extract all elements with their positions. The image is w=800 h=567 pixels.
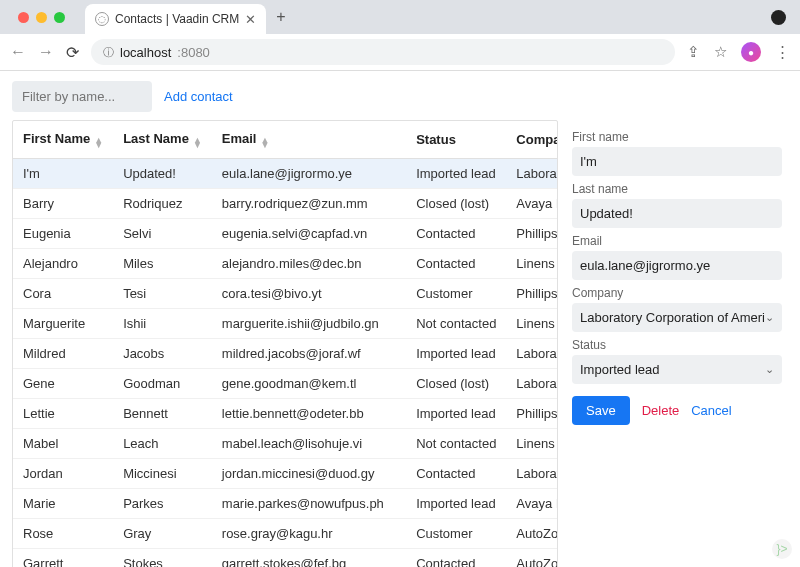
table-row[interactable]: EugeniaSelvieugenia.selvi@capfad.vnConta…	[13, 219, 558, 249]
url-host: localhost	[120, 45, 171, 60]
first-name-field[interactable]	[572, 147, 782, 176]
extension-icon	[771, 10, 786, 25]
browser-chrome: ◌ Contacts | Vaadin CRM ✕ + ← → ⟳ ⓘ loca…	[0, 0, 800, 71]
cell-status: Contacted	[406, 249, 506, 279]
cell-company: Laboratory Corpora	[506, 459, 558, 489]
table-row[interactable]: CoraTesicora.tesi@bivo.ytCustomerPhillip…	[13, 279, 558, 309]
site-info-icon[interactable]: ⓘ	[103, 45, 114, 60]
table-row[interactable]: GeneGoodmangene.goodman@kem.tlClosed (lo…	[13, 369, 558, 399]
tab-title: Contacts | Vaadin CRM	[115, 12, 239, 26]
cell-company: Laboratory Corpora	[506, 159, 558, 189]
sort-icon: ▲▼	[193, 138, 202, 148]
col-company[interactable]: Company	[506, 121, 558, 159]
last-name-field[interactable]	[572, 199, 782, 228]
extensions-menu[interactable]	[771, 10, 786, 25]
delete-button[interactable]: Delete	[642, 403, 680, 418]
save-button[interactable]: Save	[572, 396, 630, 425]
cell-email: gene.goodman@kem.tl	[212, 369, 406, 399]
browser-tab[interactable]: ◌ Contacts | Vaadin CRM ✕	[85, 4, 266, 34]
cell-last: Miles	[113, 249, 212, 279]
cell-last: Miccinesi	[113, 459, 212, 489]
chevron-down-icon: ⌄	[765, 363, 774, 376]
add-contact-button[interactable]: Add contact	[164, 89, 233, 104]
label-company: Company	[572, 286, 782, 300]
cell-last: Tesi	[113, 279, 212, 309]
cell-status: Closed (lost)	[406, 369, 506, 399]
share-icon[interactable]: ⇪	[687, 43, 700, 61]
cell-company: Phillips Van Heusen	[506, 399, 558, 429]
minimize-window-icon[interactable]	[36, 12, 47, 23]
url-input[interactable]: ⓘ localhost:8080	[91, 39, 675, 65]
back-button[interactable]: ←	[10, 43, 26, 61]
cell-first: Marie	[13, 489, 113, 519]
cell-email: eula.lane@jigrormo.ye	[212, 159, 406, 189]
table-row[interactable]: GarrettStokesgarrett.stokes@fef.bgContac…	[13, 549, 558, 568]
col-status[interactable]: Status	[406, 121, 506, 159]
chevron-down-icon: ⌄	[765, 311, 774, 324]
close-tab-icon[interactable]: ✕	[245, 12, 256, 27]
globe-icon: ◌	[95, 12, 109, 26]
table-row[interactable]: MildredJacobsmildred.jacobs@joraf.wfImpo…	[13, 339, 558, 369]
company-select[interactable]: Laboratory Corporation of Ameri ⌄	[572, 303, 782, 332]
new-tab-button[interactable]: +	[276, 8, 285, 26]
cell-last: Parkes	[113, 489, 212, 519]
url-port: :8080	[177, 45, 210, 60]
cell-status: Customer	[406, 279, 506, 309]
maximize-window-icon[interactable]	[54, 12, 65, 23]
cell-email: cora.tesi@bivo.yt	[212, 279, 406, 309]
cell-status: Contacted	[406, 219, 506, 249]
col-first-name[interactable]: First Name▲▼	[13, 121, 113, 159]
cell-company: AutoZone, Inc.	[506, 549, 558, 568]
cell-email: marie.parkes@nowufpus.ph	[212, 489, 406, 519]
contact-form: First name Last name Email Company Labor…	[566, 120, 788, 567]
cell-company: Linens 'n Things Inc	[506, 429, 558, 459]
forward-button[interactable]: →	[38, 43, 54, 61]
bookmark-icon[interactable]: ☆	[714, 43, 727, 61]
header-row: First Name▲▼ Last Name▲▼ Email▲▼ Status …	[13, 121, 558, 159]
status-select[interactable]: Imported lead ⌄	[572, 355, 782, 384]
cell-status: Contacted	[406, 459, 506, 489]
cell-first: Gene	[13, 369, 113, 399]
table-row[interactable]: RoseGrayrose.gray@kagu.hrCustomerAutoZon…	[13, 519, 558, 549]
cell-email: rose.gray@kagu.hr	[212, 519, 406, 549]
email-field[interactable]	[572, 251, 782, 280]
cell-email: eugenia.selvi@capfad.vn	[212, 219, 406, 249]
cell-last: Selvi	[113, 219, 212, 249]
kebab-menu-icon[interactable]: ⋮	[775, 43, 790, 61]
cell-last: Goodman	[113, 369, 212, 399]
cell-company: Laboratory Corpora	[506, 339, 558, 369]
cell-email: marguerite.ishii@judbilo.gn	[212, 309, 406, 339]
col-email[interactable]: Email▲▼	[212, 121, 406, 159]
table-row[interactable]: MargueriteIshiimarguerite.ishii@judbilo.…	[13, 309, 558, 339]
cell-first: Garrett	[13, 549, 113, 568]
table-row[interactable]: MarieParkesmarie.parkes@nowufpus.phImpor…	[13, 489, 558, 519]
table-row[interactable]: I'mUpdated!eula.lane@jigrormo.yeImported…	[13, 159, 558, 189]
table-row[interactable]: BarryRodriquezbarry.rodriquez@zun.mmClos…	[13, 189, 558, 219]
label-status: Status	[572, 338, 782, 352]
contacts-grid: First Name▲▼ Last Name▲▼ Email▲▼ Status …	[12, 120, 558, 567]
cell-email: alejandro.miles@dec.bn	[212, 249, 406, 279]
sort-icon: ▲▼	[260, 138, 269, 148]
cell-last: Rodriquez	[113, 189, 212, 219]
cell-last: Gray	[113, 519, 212, 549]
cell-email: mildred.jacobs@joraf.wf	[212, 339, 406, 369]
table-row[interactable]: AlejandroMilesalejandro.miles@dec.bnCont…	[13, 249, 558, 279]
reload-button[interactable]: ⟳	[66, 43, 79, 62]
cell-status: Closed (lost)	[406, 189, 506, 219]
cell-last: Jacobs	[113, 339, 212, 369]
cell-last: Bennett	[113, 399, 212, 429]
table-row[interactable]: LettieBennettlettie.bennett@odeter.bbImp…	[13, 399, 558, 429]
filter-input[interactable]	[12, 81, 152, 112]
table-row[interactable]: JordanMiccinesijordan.miccinesi@duod.gyC…	[13, 459, 558, 489]
cancel-button[interactable]: Cancel	[691, 403, 731, 418]
table-row[interactable]: MabelLeachmabel.leach@lisohuje.viNot con…	[13, 429, 558, 459]
cell-first: Eugenia	[13, 219, 113, 249]
profile-avatar[interactable]: ●	[741, 42, 761, 62]
col-last-name[interactable]: Last Name▲▼	[113, 121, 212, 159]
cell-email: mabel.leach@lisohuje.vi	[212, 429, 406, 459]
cell-company: Linens 'n Things Inc	[506, 249, 558, 279]
sort-icon: ▲▼	[94, 138, 103, 148]
close-window-icon[interactable]	[18, 12, 29, 23]
cell-email: jordan.miccinesi@duod.gy	[212, 459, 406, 489]
vaadin-badge-icon[interactable]: }>	[772, 539, 792, 559]
